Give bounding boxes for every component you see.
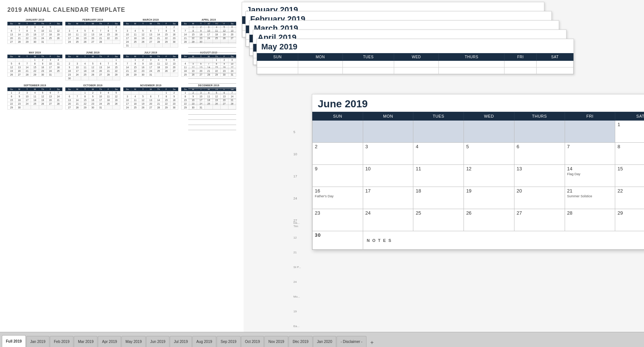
day-header: T bbox=[139, 22, 147, 25]
day-cell bbox=[162, 73, 170, 77]
day-cell: 6 bbox=[47, 91, 54, 95]
table-row: 2930 bbox=[8, 106, 62, 110]
day-cell bbox=[97, 25, 104, 29]
day-cell: 3 bbox=[31, 25, 39, 29]
right-panel: January 2019 SUN MON TUES WED THURS FRI … bbox=[240, 0, 644, 332]
day-cell bbox=[23, 106, 31, 110]
june-table: SUN MON TUES WED THURS FRI SAT bbox=[312, 112, 644, 250]
day-cell: 25 bbox=[73, 40, 81, 44]
day-cell: 26 bbox=[112, 102, 120, 106]
day-cell bbox=[31, 106, 39, 110]
day-cell: 26 bbox=[89, 73, 97, 77]
tab-add-button[interactable]: + bbox=[368, 338, 376, 347]
table-row: 23242526272829 bbox=[66, 73, 120, 77]
tab-jul-2019[interactable]: Jul 2019 bbox=[170, 336, 192, 347]
tab-bar: Full 2019 Jan 2019 Feb 2019 Mar 2019 Apr… bbox=[0, 332, 644, 347]
table-row: 13141516171819 bbox=[66, 98, 120, 102]
day-cell: 16 bbox=[170, 33, 178, 37]
june-cell bbox=[413, 121, 464, 143]
day-header: T bbox=[81, 55, 89, 58]
day-cell: 31 bbox=[147, 73, 155, 77]
tab-aug-2019[interactable]: Aug 2019 bbox=[192, 336, 216, 347]
day-cell: 29 bbox=[8, 106, 16, 110]
day-header: M bbox=[73, 55, 81, 58]
day-cell: 13 bbox=[8, 33, 16, 37]
table-row: 13141516171819 bbox=[8, 33, 62, 37]
day-cell: 30 bbox=[66, 77, 73, 80]
day-cell: 19 bbox=[89, 69, 97, 73]
mini-cal-nov: NOVEMBER 2019SuMTWThFSa12345678910111213… bbox=[123, 84, 178, 110]
day-cell: 4 bbox=[39, 25, 47, 29]
table-row: 1 bbox=[313, 121, 644, 143]
day-cell: 23 bbox=[139, 69, 147, 73]
tab-jan-2019[interactable]: Jan 2019 bbox=[26, 336, 49, 347]
day-cell: 19 bbox=[39, 98, 47, 102]
day-cell: 11 bbox=[54, 62, 62, 66]
day-cell bbox=[124, 58, 131, 62]
june-full-title: June 2019 bbox=[312, 94, 644, 112]
day-cell: 28 bbox=[155, 106, 162, 110]
day-cell: 4 bbox=[131, 95, 139, 98]
day-header: M bbox=[16, 22, 23, 25]
table-row: 24252627282930 bbox=[124, 106, 178, 110]
table-row: 9101112131415 bbox=[66, 66, 120, 69]
day-cell: 16 bbox=[31, 33, 39, 37]
day-cell: 3 bbox=[73, 62, 81, 66]
day-cell: 2 bbox=[39, 58, 47, 62]
day-cell bbox=[54, 40, 62, 44]
day-cell bbox=[89, 58, 97, 62]
day-cell: 2 bbox=[66, 62, 73, 66]
day-cell: 3 bbox=[47, 58, 54, 62]
table-row: 1234567 bbox=[8, 91, 62, 95]
day-header: M bbox=[73, 22, 81, 25]
day-cell: 4 bbox=[131, 29, 139, 33]
table-row: 12131415161718 bbox=[8, 66, 62, 69]
tab-full-2019[interactable]: Full 2019 bbox=[2, 335, 26, 347]
day-cell: 28 bbox=[54, 102, 62, 106]
day-cell: 18 bbox=[73, 37, 81, 40]
day-cell: 20 bbox=[47, 98, 54, 102]
tab-nov-2019[interactable]: Nov 2019 bbox=[264, 336, 288, 347]
day-cell: 29 bbox=[162, 40, 170, 44]
day-cell: 31 bbox=[39, 40, 47, 44]
table-row: 3456789 bbox=[66, 29, 120, 33]
day-cell: 10 bbox=[97, 95, 104, 98]
day-cell: 11 bbox=[31, 95, 39, 98]
mini-cal-title: SEPTEMBER 2019 bbox=[7, 84, 62, 87]
day-header: Su bbox=[124, 55, 131, 58]
day-cell bbox=[112, 40, 120, 44]
day-cell bbox=[81, 25, 89, 29]
day-header: Su bbox=[124, 22, 131, 25]
tab-jun-2019[interactable]: Jun 2019 bbox=[146, 336, 169, 347]
june-cell: 18 bbox=[413, 187, 464, 209]
day-cell: 15 bbox=[112, 66, 120, 69]
flag-day-label: Flag Day bbox=[567, 172, 613, 176]
day-header: Sa bbox=[170, 88, 178, 91]
tab-feb-2019[interactable]: Feb 2019 bbox=[50, 336, 73, 347]
tab-mar-2019[interactable]: Mar 2019 bbox=[74, 336, 97, 347]
tab-sep-2019[interactable]: Sep 2019 bbox=[217, 336, 241, 347]
tab-apr-2019[interactable]: Apr 2019 bbox=[98, 336, 121, 347]
mini-cal-jul: JULY 2019SuMTWThFSa123456789101112131415… bbox=[123, 51, 178, 80]
day-cell: 20 bbox=[147, 102, 155, 106]
day-cell: 31 bbox=[124, 44, 131, 48]
day-cell: 15 bbox=[23, 33, 31, 37]
day-header: T bbox=[139, 88, 147, 91]
day-cell bbox=[73, 77, 81, 80]
day-header: F bbox=[104, 88, 112, 91]
table-row: 2728293031 bbox=[8, 40, 62, 44]
day-cell bbox=[66, 25, 73, 29]
tab-may-2019[interactable]: May 2019 bbox=[121, 336, 146, 347]
tab-disclaimer[interactable]: - Disclaimer - bbox=[337, 336, 366, 347]
day-cell: 4 bbox=[31, 91, 39, 95]
day-header: F bbox=[162, 55, 170, 58]
day-cell: 6 bbox=[89, 29, 97, 33]
tab-oct-2019[interactable]: Oct 2019 bbox=[241, 336, 264, 347]
table-row: 30 N O T E S bbox=[313, 231, 644, 250]
tab-jan-2020[interactable]: Jan 2020 bbox=[313, 336, 336, 347]
day-header: Su bbox=[124, 88, 131, 91]
june-col-fri: FRI bbox=[565, 112, 615, 121]
day-cell: 24 bbox=[23, 102, 31, 106]
day-cell bbox=[155, 91, 162, 95]
day-header: Th bbox=[39, 55, 47, 58]
